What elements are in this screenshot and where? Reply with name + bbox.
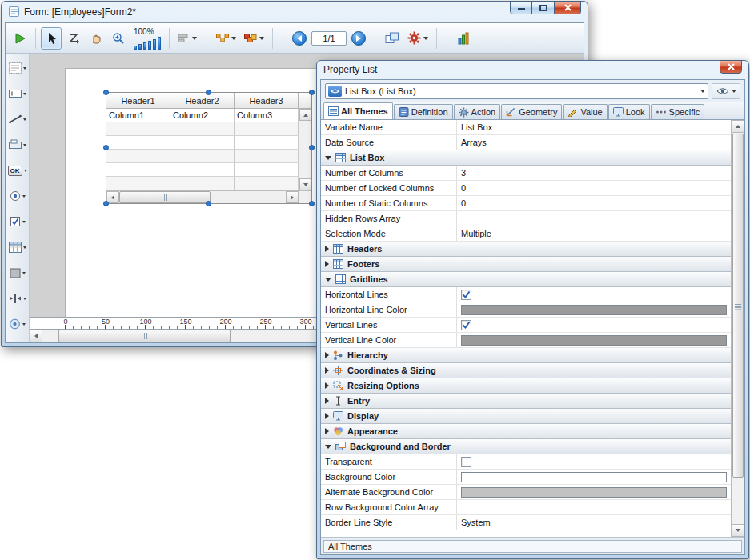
property-value[interactable]: 3 (457, 166, 731, 180)
checkbox[interactable] (461, 290, 471, 300)
distribute-objects-button[interactable] (213, 27, 239, 50)
listbox-cell[interactable] (106, 150, 170, 163)
group-box-tool[interactable] (6, 137, 29, 153)
section-gridlines[interactable]: Gridlines (321, 272, 731, 287)
color-swatch[interactable] (461, 487, 727, 498)
preferences-button[interactable] (404, 27, 431, 50)
tab-action[interactable]: Action (454, 104, 501, 119)
property-value[interactable]: 0 (457, 181, 731, 195)
section-footers[interactable]: Footers (321, 257, 731, 272)
checkbox[interactable] (461, 320, 471, 330)
property-value[interactable]: List Box (457, 120, 731, 134)
listbox-cell[interactable] (106, 122, 170, 136)
input-tool[interactable] (6, 86, 29, 102)
listbox-cell[interactable] (106, 177, 170, 190)
listbox-row[interactable] (106, 136, 299, 150)
scroll-track[interactable] (119, 191, 286, 203)
listbox-cell[interactable]: Column3 (235, 109, 299, 122)
selection-handle[interactable] (103, 145, 109, 150)
checkbox[interactable] (461, 457, 471, 467)
listbox-cell[interactable] (170, 150, 235, 163)
listbox-horizontal-scrollbar[interactable] (106, 191, 299, 203)
scroll-thumb[interactable] (58, 330, 231, 342)
listbox-header-cell[interactable]: Header3 (235, 93, 299, 109)
property-value[interactable] (457, 211, 731, 226)
listbox-object[interactable]: Header1Header2Header3 Column1Column2Colu… (106, 92, 312, 204)
tab-look[interactable]: Look (608, 104, 650, 119)
listbox-row[interactable] (106, 122, 299, 136)
zoom-tool-button[interactable] (108, 27, 129, 50)
tab-value[interactable]: Value (563, 104, 607, 119)
disclosure-triangle-icon[interactable] (325, 352, 329, 358)
rectangle-tool[interactable] (6, 265, 29, 281)
property-value[interactable]: Multiple (457, 226, 731, 241)
listbox-header-cell[interactable]: Header1 (106, 93, 170, 109)
disclosure-triangle-icon[interactable] (325, 261, 329, 267)
selection-handle[interactable] (309, 145, 315, 150)
disclosure-triangle-icon[interactable] (325, 278, 331, 282)
listbox-header-cell[interactable]: Header2 (170, 93, 235, 109)
object-selector-dropdown[interactable]: <> List Box (List Box) (325, 83, 708, 99)
close-button[interactable] (720, 60, 742, 74)
listbox-cell[interactable] (170, 177, 235, 190)
disclosure-triangle-icon[interactable] (325, 398, 329, 404)
tab-definition[interactable]: Definition (394, 104, 453, 119)
section-display[interactable]: Display (321, 409, 731, 424)
property-value[interactable]: System (457, 515, 731, 530)
disclosure-triangle-icon[interactable] (325, 382, 329, 389)
listbox-cell[interactable] (170, 122, 235, 136)
disclosure-triangle-icon[interactable] (325, 156, 331, 160)
tab-geometry[interactable]: Geometry (501, 104, 562, 119)
scroll-thumb[interactable] (732, 134, 744, 478)
entry-order-button[interactable] (63, 27, 84, 50)
list-forms-button[interactable] (453, 27, 474, 50)
minimize-button[interactable] (510, 1, 532, 14)
listbox-row[interactable] (106, 177, 299, 190)
tab-specific[interactable]: Specific (651, 104, 705, 119)
listbox-cell[interactable] (235, 177, 299, 190)
disclosure-triangle-icon[interactable] (325, 413, 329, 419)
scroll-thumb[interactable] (119, 191, 211, 203)
color-swatch[interactable] (461, 335, 727, 346)
listbox-row[interactable] (106, 150, 299, 163)
property-value[interactable]: Arrays (457, 135, 731, 150)
disclosure-triangle-icon[interactable] (325, 428, 329, 434)
listbox-cell[interactable] (106, 136, 170, 150)
maximize-button[interactable] (532, 1, 555, 14)
color-swatch[interactable] (461, 472, 727, 482)
listbox-cell[interactable] (170, 163, 235, 177)
disclosure-triangle-icon[interactable] (325, 445, 331, 449)
button-tool[interactable]: OK (6, 162, 29, 178)
disclosure-triangle-icon[interactable] (325, 367, 329, 374)
align-objects-button[interactable] (174, 27, 200, 50)
scroll-down-button[interactable] (299, 178, 311, 190)
tab-control-tool[interactable] (6, 316, 29, 332)
scroll-left-button[interactable] (30, 330, 42, 342)
section-entry[interactable]: Entry (321, 394, 731, 409)
visibility-filter-button[interactable] (712, 83, 740, 99)
scroll-up-button[interactable] (732, 120, 744, 133)
execute-form-button[interactable] (10, 27, 30, 50)
scroll-track[interactable] (732, 133, 744, 524)
scroll-down-button[interactable] (732, 524, 744, 537)
listbox-cell[interactable] (106, 163, 170, 177)
section-coordinates-sizing[interactable]: Coordinates & Sizing (321, 363, 731, 378)
listbox-cell[interactable]: Column2 (170, 109, 235, 122)
section-headers[interactable]: Headers (321, 242, 731, 257)
move-tool-button[interactable] (86, 27, 106, 50)
section-list-box[interactable]: List Box (321, 150, 731, 166)
listbox-cell[interactable] (235, 122, 299, 136)
line-tool[interactable] (6, 111, 29, 127)
scroll-right-button[interactable] (286, 191, 299, 203)
selection-handle[interactable] (206, 201, 211, 206)
text-tool[interactable] (6, 60, 29, 76)
splitter-tool[interactable] (6, 290, 29, 306)
section-resizing-options[interactable]: Resizing Options (321, 378, 731, 394)
listbox-row[interactable]: Column1Column2Column3 (106, 109, 299, 122)
property-scrollbar[interactable] (731, 120, 744, 537)
form-window-titlebar[interactable]: Form: [Employees]Form2* (2, 2, 588, 22)
listbox-cell[interactable] (235, 150, 299, 163)
selection-handle[interactable] (103, 90, 109, 95)
zoom-level-control[interactable]: 100% (130, 25, 164, 52)
checkbox-tool[interactable] (6, 214, 29, 230)
